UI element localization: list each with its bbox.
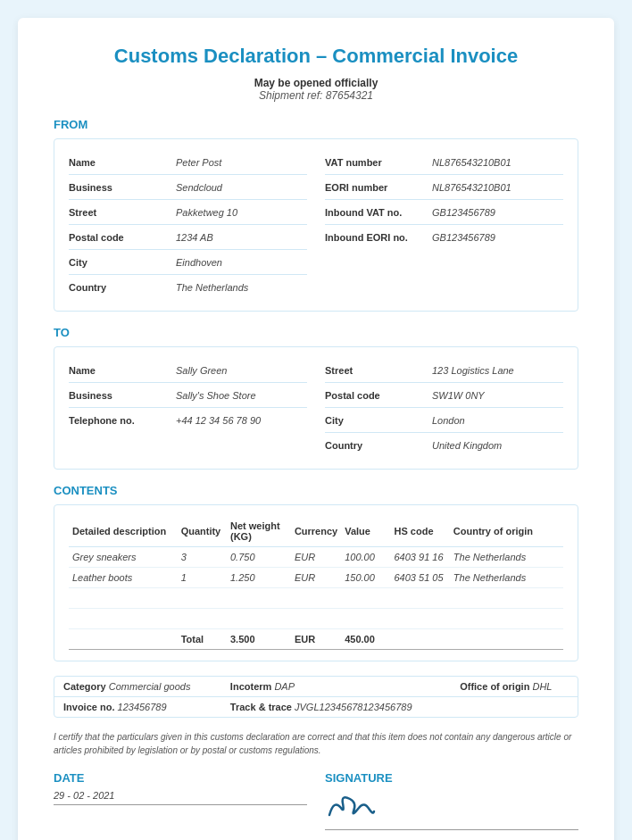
empty-cell — [291, 588, 341, 609]
from-section: FROM Name Peter Post Business Sendcloud … — [54, 118, 578, 312]
date-label: DATE — [54, 771, 307, 785]
category-cell: Category Commercial goods — [54, 677, 221, 697]
to-section-title: TO — [54, 326, 578, 339]
to-business-value: Sally's Shoe Store — [176, 390, 307, 401]
col-header-hs-code: HS code — [391, 516, 450, 547]
to-right: Street 123 Logistics Lane Postal code SW… — [325, 358, 563, 458]
contents-header-row: Detailed description Quantity Net weight… — [69, 516, 563, 547]
from-inbound-eori-label: Inbound EORI no. — [325, 232, 432, 243]
to-business-label: Business — [69, 390, 176, 401]
from-vat-row: VAT number NL876543210B01 — [325, 150, 563, 175]
from-name-row: Name Peter Post — [69, 150, 307, 175]
from-eori-value: NL876543210B01 — [432, 182, 563, 193]
to-postal-value: SW1W 0NY — [432, 390, 563, 401]
incoterm-value: DAP — [274, 681, 295, 692]
item-currency: EUR — [291, 568, 341, 588]
empty-cell — [391, 588, 450, 609]
col-header-currency: Currency — [291, 516, 341, 547]
from-inbound-eori-row: Inbound EORI no. GB123456789 — [325, 225, 563, 250]
bottom-info-row-2: Invoice no. 123456789 Track & trace JVGL… — [54, 697, 578, 717]
from-name-value: Peter Post — [176, 157, 307, 168]
item-hs-code: 6403 91 16 — [391, 547, 450, 568]
contents-section-title: CONTENTS — [54, 484, 578, 497]
col-header-description: Detailed description — [69, 516, 178, 547]
invoice-value: 123456789 — [118, 702, 167, 712]
to-city-row: City London — [325, 408, 563, 433]
col-header-origin: Country of origin — [450, 516, 563, 547]
from-eori-label: EORI number — [325, 182, 432, 193]
item-hs-code: 6403 51 05 — [391, 568, 450, 588]
document-page: Customs Declaration – Commercial Invoice… — [18, 18, 614, 840]
category-value: Commercial goods — [109, 681, 191, 692]
track-cell: Track & trace JVGL12345678123456789 — [221, 697, 451, 717]
item-quantity: 1 — [178, 568, 227, 588]
from-name-label: Name — [69, 157, 176, 168]
empty-cell — [178, 588, 227, 609]
from-business-row: Business Sendcloud — [69, 175, 307, 200]
total-currency: EUR — [291, 629, 341, 650]
to-section: TO Name Sally Green Business Sally's Sho… — [54, 326, 578, 470]
from-country-row: Country The Netherlands — [69, 275, 307, 300]
empty-cell — [227, 609, 291, 629]
to-city-value: London — [432, 415, 563, 426]
to-phone-row: Telephone no. +44 12 34 56 78 90 — [69, 408, 307, 433]
contents-section: CONTENTS Detailed description Quantity N… — [54, 484, 578, 661]
from-vat-value: NL876543210B01 — [432, 157, 563, 168]
item-origin: The Netherlands — [450, 568, 563, 588]
from-street-value: Pakketweg 10 — [176, 207, 307, 218]
to-postal-label: Postal code — [325, 390, 432, 401]
from-city-value: Eindhoven — [176, 257, 307, 268]
total-weight: 3.500 — [227, 629, 291, 650]
empty-cell — [341, 609, 390, 629]
total-origin-empty — [450, 629, 563, 650]
signature-section: SIGNATURE — [325, 771, 578, 830]
item-quantity: 3 — [178, 547, 227, 568]
item-value: 100.00 — [341, 547, 390, 568]
contents-table: Detailed description Quantity Net weight… — [69, 516, 563, 650]
from-eori-row: EORI number NL876543210B01 — [325, 175, 563, 200]
from-inbound-vat-value: GB123456789 — [432, 207, 563, 218]
to-country-label: Country — [325, 440, 432, 451]
item-origin: The Netherlands — [450, 547, 563, 568]
from-right: VAT number NL876543210B01 EORI number NL… — [325, 150, 563, 300]
invoice-label: Invoice no. — [63, 702, 114, 712]
to-phone-value: +44 12 34 56 78 90 — [176, 415, 307, 426]
category-label: Category — [63, 681, 106, 692]
to-left: Name Sally Green Business Sally's Shoe S… — [69, 358, 307, 458]
table-row-empty — [69, 588, 563, 609]
from-country-label: Country — [69, 282, 176, 293]
empty-cell — [291, 609, 341, 629]
to-name-value: Sally Green — [176, 365, 307, 376]
from-business-value: Sendcloud — [176, 182, 307, 193]
to-street-row: Street 123 Logistics Lane — [325, 358, 563, 383]
to-name-row: Name Sally Green — [69, 358, 307, 383]
empty-cell — [227, 588, 291, 609]
to-country-row: Country United Kingdom — [325, 433, 563, 458]
empty-cell — [391, 609, 450, 629]
from-city-label: City — [69, 257, 176, 268]
item-value: 150.00 — [341, 568, 390, 588]
contents-box: Detailed description Quantity Net weight… — [54, 504, 578, 661]
col-header-quantity: Quantity — [178, 516, 227, 547]
total-label: Total — [178, 629, 227, 650]
to-street-label: Street — [325, 365, 432, 376]
empty-cell — [178, 609, 227, 629]
office-label: Office of origin — [460, 681, 529, 692]
from-vat-label: VAT number — [325, 157, 432, 168]
office-cell: Office of origin DHL — [451, 677, 578, 697]
from-inbound-eori-value: GB123456789 — [432, 232, 563, 243]
from-inbound-vat-label: Inbound VAT no. — [325, 207, 432, 218]
page-title: Customs Declaration – Commercial Invoice — [54, 45, 578, 68]
from-country-value: The Netherlands — [176, 282, 307, 293]
item-description: Leather boots — [69, 568, 178, 588]
total-row: Total 3.500 EUR 450.00 — [69, 629, 563, 650]
bottom-info-row-1: Category Commercial goods Incoterm DAP O… — [54, 677, 578, 697]
from-postal-row: Postal code 1234 AB — [69, 225, 307, 250]
empty-cell — [69, 609, 178, 629]
empty-bottom-cell — [451, 697, 578, 717]
to-street-value: 123 Logistics Lane — [432, 365, 563, 376]
from-inbound-vat-row: Inbound VAT no. GB123456789 — [325, 200, 563, 225]
date-section: DATE 29 - 02 - 2021 — [54, 771, 307, 830]
from-left: Name Peter Post Business Sendcloud Stree… — [69, 150, 307, 300]
signature-label: SIGNATURE — [325, 771, 578, 785]
